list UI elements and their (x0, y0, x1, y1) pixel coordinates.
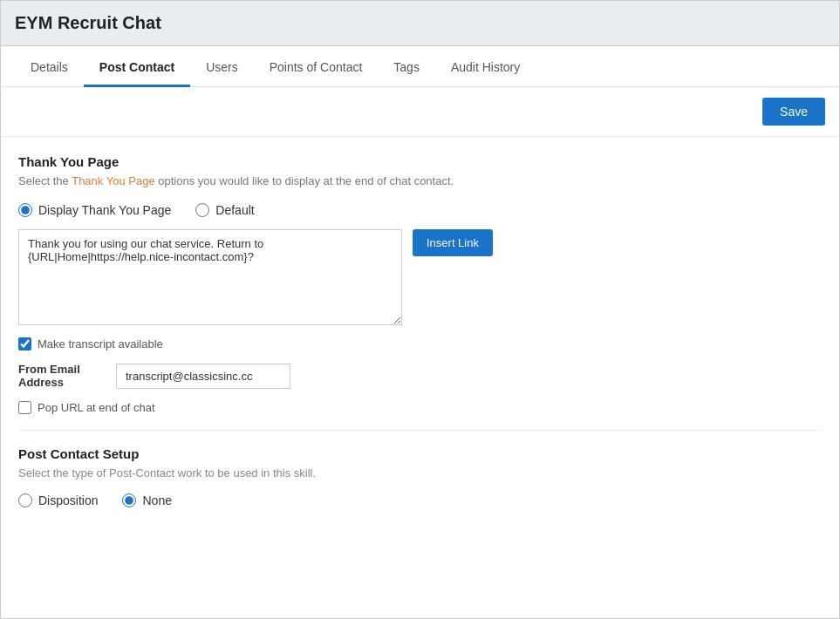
tab-points-of-contact[interactable]: Points of Contact (254, 46, 379, 87)
post-contact-title: Post Contact Setup (18, 446, 822, 461)
tab-audit-history[interactable]: Audit History (435, 46, 536, 87)
thank-you-page-desc: Select the Thank You Page options you wo… (18, 174, 822, 187)
radio-none-input[interactable] (122, 493, 136, 507)
display-radio-group: Display Thank You Page Default (18, 203, 822, 217)
thank-you-page-title: Thank You Page (18, 154, 822, 169)
none-label: None (142, 493, 171, 507)
desc-link: Thank You Page (72, 174, 154, 187)
from-email-row: From EmailAddress (18, 363, 822, 389)
from-email-input[interactable] (116, 364, 290, 389)
textarea-row: Thank you for using our chat service. Re… (18, 229, 822, 325)
pop-url-row: Pop URL at end of chat (18, 401, 822, 414)
pop-url-label: Pop URL at end of chat (38, 401, 155, 414)
make-transcript-checkbox[interactable] (18, 337, 31, 350)
radio-disposition-input[interactable] (18, 493, 32, 507)
radio-disposition[interactable]: Disposition (18, 493, 98, 507)
section-divider (18, 430, 822, 431)
pop-url-option[interactable]: Pop URL at end of chat (18, 401, 155, 414)
tab-users[interactable]: Users (190, 46, 254, 87)
disposition-label: Disposition (38, 493, 98, 507)
tab-details[interactable]: Details (15, 46, 84, 87)
desc-suffix: options you would like to display at the… (155, 174, 454, 187)
tab-tags[interactable]: Tags (378, 46, 435, 87)
make-transcript-option[interactable]: Make transcript available (18, 337, 163, 350)
post-contact-desc: Select the type of Post-Contact work to … (18, 466, 822, 480)
radio-display-label: Display Thank You Page (38, 203, 171, 217)
transcript-checkbox-row: Make transcript available (18, 337, 822, 350)
app-title: EYM Recruit Chat (1, 1, 839, 46)
radio-none[interactable]: None (122, 493, 171, 507)
radio-display-thank-you[interactable]: Display Thank You Page (18, 203, 171, 217)
post-contact-setup-section: Post Contact Setup Select the type of Po… (18, 446, 822, 507)
post-contact-radio-group: Disposition None (18, 493, 822, 507)
save-button[interactable]: Save (762, 98, 825, 126)
radio-display-thank-you-input[interactable] (18, 203, 32, 217)
radio-default-input[interactable] (195, 203, 209, 217)
main-content: Thank You Page Select the Thank You Page… (1, 137, 839, 618)
thank-you-page-section: Thank You Page Select the Thank You Page… (18, 154, 822, 414)
tabs-bar: Details Post Contact Users Points of Con… (1, 46, 839, 87)
thank-you-textarea[interactable]: Thank you for using our chat service. Re… (18, 229, 402, 325)
desc-prefix: Select the (18, 174, 72, 187)
toolbar: Save (1, 87, 839, 137)
from-email-label: From EmailAddress (18, 363, 106, 389)
radio-default-label: Default (215, 203, 254, 217)
insert-link-button[interactable]: Insert Link (413, 229, 493, 256)
tab-post-contact[interactable]: Post Contact (84, 46, 190, 87)
radio-default[interactable]: Default (195, 203, 254, 217)
make-transcript-label: Make transcript available (38, 337, 163, 350)
pop-url-checkbox[interactable] (18, 401, 31, 414)
